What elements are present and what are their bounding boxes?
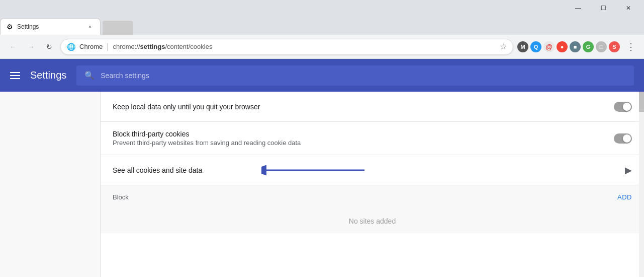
blank-tab[interactable] bbox=[103, 21, 133, 35]
setting-title-local-data: Keep local data only until you quit your… bbox=[113, 103, 614, 111]
omnibox[interactable]: 🌐 Chrome | chrome://settings/content/coo… bbox=[60, 39, 513, 55]
ext-gmail-icon[interactable]: M bbox=[517, 41, 528, 52]
ext-q-icon[interactable]: Q bbox=[530, 41, 541, 52]
setting-desc-block-third-party: Prevent third-party websites from saving… bbox=[113, 139, 614, 147]
hamburger-line-2 bbox=[10, 75, 20, 76]
tabbar: ⚙ Settings × bbox=[0, 16, 644, 35]
bookmark-star-icon[interactable]: ☆ bbox=[500, 42, 507, 51]
content-wrapper: Keep local data only until you quit your… bbox=[0, 92, 644, 277]
block-section-header: Block ADD bbox=[101, 185, 644, 209]
ext-box-icon[interactable]: □ bbox=[596, 41, 607, 52]
ext-grammarly-icon[interactable]: G bbox=[583, 41, 594, 52]
back-button[interactable]: ← bbox=[6, 40, 20, 54]
setting-row-block-third-party: Block third-party cookies Prevent third-… bbox=[101, 122, 644, 155]
scrollbar-track[interactable] bbox=[639, 92, 644, 277]
toggle-local-data[interactable] bbox=[614, 102, 632, 112]
hamburger-line-3 bbox=[10, 78, 20, 79]
setting-title-see-all-cookies: See all cookies and site data bbox=[113, 166, 625, 174]
tab-title: Settings bbox=[17, 23, 82, 30]
omnibox-url: chrome://settings/content/cookies bbox=[113, 43, 496, 50]
settings-search-bar[interactable]: 🔍 bbox=[76, 65, 634, 86]
search-icon: 🔍 bbox=[84, 71, 95, 80]
setting-row-see-all-cookies-content: See all cookies and site data bbox=[113, 166, 625, 174]
settings-page-title: Settings bbox=[30, 70, 66, 81]
setting-row-see-all-cookies[interactable]: See all cookies and site data ▶ bbox=[101, 155, 644, 185]
url-prefix: chrome:// bbox=[113, 43, 140, 50]
scrollbar-thumb[interactable] bbox=[639, 92, 644, 112]
ext-red-icon[interactable]: ● bbox=[557, 41, 568, 52]
omnibox-separator: | bbox=[107, 42, 109, 51]
settings-tab[interactable]: ⚙ Settings × bbox=[0, 18, 101, 35]
titlebar: — ☐ ✕ bbox=[0, 0, 644, 16]
tab-favicon: ⚙ bbox=[7, 23, 13, 31]
settings-section: Keep local data only until you quit your… bbox=[101, 92, 644, 233]
ext-gray-icon[interactable]: ■ bbox=[570, 41, 581, 52]
block-section-title: Block bbox=[113, 193, 129, 201]
no-sites-label: No sites added bbox=[101, 209, 644, 233]
omnibox-favicon-icon: 🌐 bbox=[67, 43, 75, 51]
setting-row-local-data-content: Keep local data only until you quit your… bbox=[113, 103, 614, 111]
extension-icons: M Q @ ● ■ G □ S bbox=[517, 41, 620, 52]
setting-row-block-third-party-content: Block third-party cookies Prevent third-… bbox=[113, 130, 614, 147]
setting-title-block-third-party: Block third-party cookies bbox=[113, 130, 614, 138]
ext-at-icon[interactable]: @ bbox=[543, 41, 555, 52]
chevron-right-icon[interactable]: ▶ bbox=[625, 165, 632, 176]
url-suffix: /content/cookies bbox=[165, 43, 212, 50]
setting-row-local-data: Keep local data only until you quit your… bbox=[101, 92, 644, 122]
tab-close-button[interactable]: × bbox=[86, 23, 94, 31]
hamburger-line-1 bbox=[10, 72, 20, 73]
main-content: Keep local data only until you quit your… bbox=[101, 92, 644, 277]
close-button[interactable]: ✕ bbox=[617, 0, 640, 16]
omnibox-site-name: Chrome bbox=[79, 43, 103, 50]
titlebar-controls: — ☐ ✕ bbox=[567, 0, 640, 16]
refresh-button[interactable]: ↻ bbox=[42, 40, 56, 54]
settings-header: Settings 🔍 bbox=[0, 59, 644, 92]
forward-button[interactable]: → bbox=[24, 40, 38, 54]
sidebar bbox=[0, 92, 101, 277]
url-highlight: settings bbox=[140, 43, 165, 50]
search-input[interactable] bbox=[101, 72, 626, 80]
toolbar: ← → ↻ 🌐 Chrome | chrome://settings/conte… bbox=[0, 35, 644, 59]
hamburger-menu-button[interactable] bbox=[0, 72, 30, 79]
add-button[interactable]: ADD bbox=[617, 193, 632, 201]
chrome-menu-button[interactable]: ⋮ bbox=[624, 40, 638, 54]
restore-button[interactable]: ☐ bbox=[592, 0, 615, 16]
minimize-button[interactable]: — bbox=[567, 0, 590, 16]
ext-s-icon[interactable]: S bbox=[609, 41, 620, 52]
toggle-block-third-party[interactable] bbox=[614, 133, 632, 144]
